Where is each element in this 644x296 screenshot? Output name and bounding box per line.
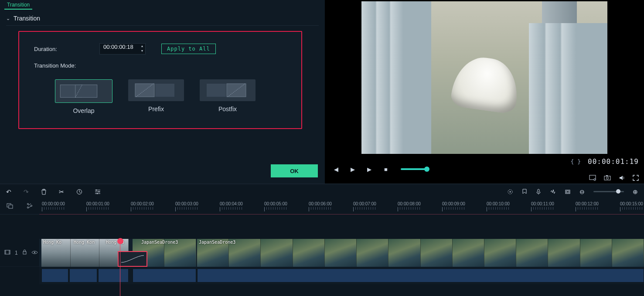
mark-in-out-icon[interactable]: { } [571, 158, 581, 165]
svg-rect-11 [604, 176, 610, 180]
clip-hongkong[interactable]: Hong Ko Hong Kon Hong Ko [41, 239, 129, 267]
ruler-tick-label: 00:00:10:00 [487, 201, 510, 206]
section-header-transition[interactable]: ⌄ Transition [6, 15, 319, 26]
marker-icon[interactable] [522, 189, 527, 195]
mode-option-prefix[interactable]: Prefix [128, 79, 184, 114]
svg-rect-21 [566, 191, 569, 193]
track-number: 1 [15, 250, 18, 256]
preview-quality-icon[interactable] [589, 175, 596, 181]
audio-track-clips[interactable] [39, 267, 644, 284]
video-track-clips[interactable]: Hong Ko Hong Kon Hong Ko JapanSeaDrone3 … [39, 239, 644, 266]
crop-icon[interactable] [565, 189, 571, 194]
track-lock-icon[interactable] [22, 249, 27, 256]
ruler-tick-label: 00:00:12:00 [576, 201, 599, 206]
ruler-tick-label: 00:00:02:00 [131, 201, 154, 206]
clip-japansea-2[interactable]: JapanSeaDrone3 [197, 239, 644, 267]
mode-option-overlap[interactable]: Overlap [55, 79, 112, 114]
svg-point-24 [27, 203, 28, 204]
mode-postfix-label: Postfix [218, 105, 237, 112]
snapshot-icon[interactable] [604, 175, 611, 181]
delete-icon[interactable] [41, 188, 47, 195]
duration-step-up[interactable]: ▲ [140, 44, 144, 48]
prev-frame-button[interactable]: ◀| [332, 165, 341, 174]
ruler-tick-label: 00:00:15:00 [620, 201, 643, 206]
section-title: Transition [14, 15, 40, 22]
apply-to-all-button[interactable]: Apply to All [161, 44, 216, 54]
audio-seg[interactable] [98, 269, 129, 282]
tab-transition[interactable]: Transition [4, 1, 32, 10]
transition-settings-panel: Transition ⌄ Transition Duration: 00:00:… [0, 0, 325, 184]
adjust-icon[interactable] [95, 188, 101, 195]
ruler-tick-label: 00:00:04:00 [220, 201, 243, 206]
ruler-tick-label: 00:00:06:00 [309, 201, 332, 206]
playhead[interactable] [117, 238, 123, 244]
svg-point-17 [97, 193, 98, 194]
mute-icon[interactable] [619, 175, 625, 181]
play-button[interactable]: ▶ [365, 165, 374, 174]
zoom-out-icon[interactable]: ⊖ [579, 188, 585, 195]
ruler-tick-label: 00:00:01:00 [86, 201, 109, 206]
audio-seg[interactable] [69, 269, 97, 282]
render-icon[interactable] [507, 189, 513, 195]
audio-seg[interactable] [197, 269, 644, 282]
audio-mixer-icon[interactable] [550, 189, 556, 194]
transition-options-group: Duration: 00:00:00:18 ▲ ▼ Apply to All T… [18, 31, 302, 129]
play-backward-button[interactable]: ▶ [348, 165, 357, 174]
preview-viewport[interactable] [325, 0, 644, 155]
zoom-in-icon[interactable]: ⊕ [633, 188, 638, 195]
volume-slider[interactable] [401, 168, 427, 170]
track-visible-icon[interactable] [31, 250, 38, 256]
svg-point-25 [27, 207, 28, 208]
stop-button[interactable]: ■ [382, 165, 390, 174]
svg-rect-28 [23, 252, 26, 254]
audio-track-1 [0, 267, 644, 284]
fullscreen-icon[interactable] [633, 175, 639, 181]
svg-point-29 [34, 252, 35, 253]
speed-icon[interactable] [76, 188, 82, 195]
svg-point-26 [31, 205, 32, 206]
svg-rect-13 [606, 175, 608, 176]
mode-overlap-label: Overlap [73, 107, 94, 114]
preview-panel: ◀| ▶ ▶ ■ { } 00:00:01:19 [325, 0, 644, 184]
video-track-1: 1 Hong Ko Hong Kon Hong Ko JapanSeaDrone… [0, 239, 644, 267]
duration-input[interactable]: 00:00:00:18 [99, 43, 146, 54]
svg-point-16 [99, 191, 100, 192]
audio-seg[interactable] [133, 269, 196, 282]
svg-point-12 [607, 177, 609, 179]
timeline: 00:00:00:0000:00:01:0000:00:02:0000:00:0… [0, 199, 644, 296]
transition-clip[interactable] [118, 251, 147, 267]
mode-prefix-label: Prefix [148, 105, 164, 112]
ok-button[interactable]: OK [271, 164, 318, 177]
preview-timecode: 00:00:01:19 [588, 157, 639, 166]
duration-label: Duration: [34, 46, 99, 52]
duration-step-down[interactable]: ▼ [140, 48, 144, 53]
svg-rect-23 [9, 205, 13, 208]
ruler-tick-label: 00:00:00:00 [42, 201, 65, 206]
undo-icon[interactable]: ↶ [6, 188, 11, 195]
svg-rect-4 [155, 84, 174, 97]
chevron-down-icon: ⌄ [6, 16, 10, 21]
transition-mode-label: Transition Mode: [34, 62, 99, 69]
add-track-icon[interactable] [7, 203, 13, 210]
svg-point-10 [594, 179, 596, 180]
audio-seg[interactable] [41, 269, 68, 282]
voiceover-icon[interactable] [536, 189, 541, 195]
redo-icon[interactable]: ↷ [24, 188, 29, 195]
link-icon[interactable] [27, 203, 33, 210]
svg-rect-19 [538, 189, 539, 192]
zoom-slider[interactable] [593, 191, 624, 192]
ruler-tick-label: 00:00:05:00 [264, 201, 287, 206]
ruler-tick-label: 00:00:08:00 [398, 201, 421, 206]
time-ruler[interactable]: 00:00:00:0000:00:01:0000:00:02:0000:00:0… [39, 199, 644, 214]
ruler-tick-label: 00:00:03:00 [175, 201, 198, 206]
track-type-icon [4, 250, 10, 256]
preview-frame [361, 1, 607, 154]
ruler-tick-label: 00:00:09:00 [442, 201, 465, 206]
timeline-toolbar: ↶ ↷ ✂ ⊖ ⊕ [0, 184, 644, 199]
mode-option-postfix[interactable]: Postfix [200, 79, 256, 114]
ruler-tick-label: 00:00:07:00 [353, 201, 376, 206]
split-icon[interactable]: ✂ [59, 188, 64, 195]
svg-point-15 [96, 189, 97, 191]
ruler-tick-label: 00:00:11:00 [531, 201, 554, 206]
svg-rect-6 [207, 84, 226, 97]
